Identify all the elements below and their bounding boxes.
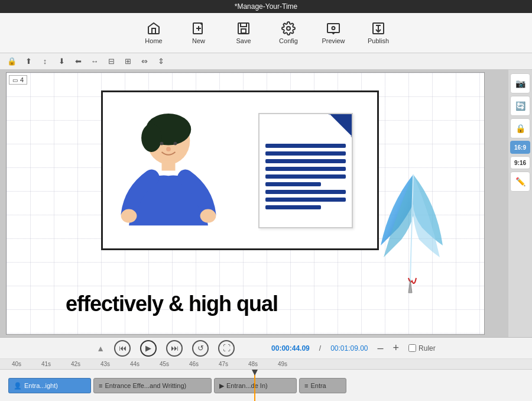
- config-label: Config: [279, 37, 298, 44]
- ruler-label: Ruler: [419, 344, 436, 353]
- ruler-mark-0: 40s: [12, 361, 41, 367]
- track-item-4[interactable]: ≡ Entra: [299, 378, 346, 393]
- distribute-h-button[interactable]: ⊟: [104, 55, 118, 68]
- right-panel: 📷 🔄 🔒 16:9 9:16 ✏️: [508, 70, 532, 337]
- align-hcenter-button[interactable]: ↔: [87, 55, 102, 68]
- ratio-9-16-button[interactable]: 9:16: [510, 156, 530, 169]
- config-icon: [281, 21, 296, 35]
- person-area: [103, 92, 235, 248]
- canvas-wrapper[interactable]: ▭ 4: [6, 72, 485, 335]
- zoom-out-button[interactable]: –: [378, 342, 384, 354]
- doc-line-2: [265, 151, 346, 156]
- ruler-mark-4: 44s: [130, 361, 160, 367]
- doc-line-7: [265, 190, 346, 194]
- track-item-3[interactable]: ▶ Entran...de In): [214, 378, 297, 393]
- text-overlay: effectively & high qual: [66, 292, 278, 316]
- camera-button[interactable]: 📷: [510, 73, 530, 93]
- slide-frame[interactable]: [101, 90, 379, 250]
- ruler-mark-1: 41s: [41, 361, 71, 367]
- current-time-display: 00:00:44.09: [271, 344, 310, 353]
- toolbar-preview[interactable]: Preview: [320, 21, 346, 44]
- align-vcenter-button[interactable]: ↕: [38, 55, 52, 68]
- track-icon-1: 👤: [14, 382, 22, 390]
- ruler-mark-9: 49s: [278, 361, 307, 367]
- track-icon-3: ▶: [219, 382, 224, 390]
- ruler-mark-5: 45s: [160, 361, 189, 367]
- svg-point-14: [121, 209, 137, 223]
- track-item-1[interactable]: 👤 Entra...ight): [8, 378, 91, 393]
- timeline-tracks: 👤 Entra...ight) ≡ Entrance Effe...and Wr…: [0, 370, 532, 401]
- person-figure: [115, 112, 222, 242]
- doc-card: [258, 113, 353, 228]
- doc-line-9: [265, 205, 321, 209]
- track-icon-2: ≡: [99, 382, 102, 389]
- svg-point-15: [200, 209, 216, 223]
- timeline-area: ▲ ⏮ ▶ ⏭ ↺ ⛶ 00:00:44.09 / 00:01:09.00 – …: [0, 337, 532, 401]
- flip-h-button[interactable]: ⇔: [137, 55, 151, 68]
- ruler-mark-3: 43s: [100, 361, 130, 367]
- secondary-toolbar: 🔒 ⬆ ↕ ⬇ ⬅ ↔ ⊟ ⊞ ⇔ ⇕: [0, 53, 532, 70]
- toolbar-new[interactable]: New: [186, 21, 212, 44]
- ratio-16-9-button[interactable]: 16:9: [510, 141, 530, 154]
- timeline-cursor: [254, 370, 255, 401]
- doc-line-4: [265, 167, 346, 171]
- skip-back-button[interactable]: ⏮: [114, 340, 131, 357]
- toolbar-home[interactable]: Home: [141, 21, 167, 44]
- ruler-checkbox[interactable]: [408, 344, 416, 352]
- main-toolbar: Home New Save Config Preview: [0, 13, 532, 53]
- ruler-toggle[interactable]: Ruler: [408, 344, 436, 353]
- ruler-mark-6: 46s: [189, 361, 219, 367]
- toolbar-publish[interactable]: Publish: [365, 21, 391, 44]
- title-bar: *Manage-Your-Time: [0, 0, 532, 13]
- toolbar-config[interactable]: Config: [275, 21, 301, 44]
- flip-v-button[interactable]: ⇕: [154, 55, 168, 68]
- aspect-lock-button[interactable]: 🔒: [510, 118, 530, 138]
- loop-button[interactable]: ↺: [192, 340, 209, 357]
- canvas-area: ▭ 4: [0, 70, 508, 337]
- slide-frame-inner: [103, 92, 377, 248]
- toolbar-save[interactable]: Save: [231, 21, 257, 44]
- doc-line-3: [265, 159, 346, 163]
- timeline-controls: ▲ ⏮ ▶ ⏭ ↺ ⛶ 00:00:44.09 / 00:01:09.00 – …: [0, 338, 532, 359]
- svg-point-5: [332, 27, 335, 30]
- ruler-mark-7: 47s: [219, 361, 248, 367]
- edit-button[interactable]: ✏️: [510, 172, 530, 192]
- skip-forward-button[interactable]: ⏭: [166, 340, 183, 357]
- cursor-handle: [251, 370, 259, 376]
- align-top-button[interactable]: ⬆: [21, 55, 35, 68]
- align-left-button[interactable]: ⬅: [71, 55, 85, 68]
- svg-point-9: [141, 124, 161, 152]
- svg-point-10: [160, 142, 164, 145]
- canvas-inner: ▭ 4: [7, 73, 484, 334]
- svg-rect-2: [241, 29, 246, 33]
- doc-line-6: [265, 182, 321, 186]
- home-icon: [147, 21, 161, 35]
- rotate-button[interactable]: 🔄: [510, 96, 530, 116]
- ruler-mark-2: 42s: [71, 361, 100, 367]
- svg-point-3: [287, 27, 290, 30]
- track-icon-4: ≡: [304, 382, 308, 389]
- preview-icon: [326, 21, 340, 35]
- publish-icon: [371, 21, 385, 35]
- total-time-display: 00:01:09.00: [330, 344, 368, 353]
- app-title: *Manage-Your-Time: [235, 2, 298, 11]
- publish-label: Publish: [368, 37, 389, 44]
- doc-line-5: [265, 174, 346, 179]
- play-button[interactable]: ▶: [140, 340, 157, 357]
- doc-area: [235, 92, 377, 248]
- home-label: Home: [145, 37, 162, 44]
- track-item-2[interactable]: ≡ Entrance Effe...and Writting): [93, 378, 212, 393]
- zoom-in-button[interactable]: +: [393, 342, 400, 354]
- align-bottom-button[interactable]: ⬇: [54, 55, 69, 68]
- main-area: ▭ 4: [0, 70, 532, 337]
- canvas-label: ▭ 4: [9, 75, 27, 85]
- timeline-collapse-button[interactable]: ▲: [96, 344, 105, 353]
- svg-point-12: [167, 147, 171, 151]
- distribute-v-button[interactable]: ⊞: [121, 55, 135, 68]
- new-icon: [192, 21, 206, 35]
- timeline-ruler: 40s 41s 42s 43s 44s 45s 46s 47s 48s 49s: [0, 359, 532, 370]
- lock-button[interactable]: 🔒: [5, 55, 19, 68]
- fullscreen-button[interactable]: ⛶: [218, 340, 235, 357]
- svg-point-11: [174, 142, 177, 145]
- svg-rect-13: [162, 160, 176, 170]
